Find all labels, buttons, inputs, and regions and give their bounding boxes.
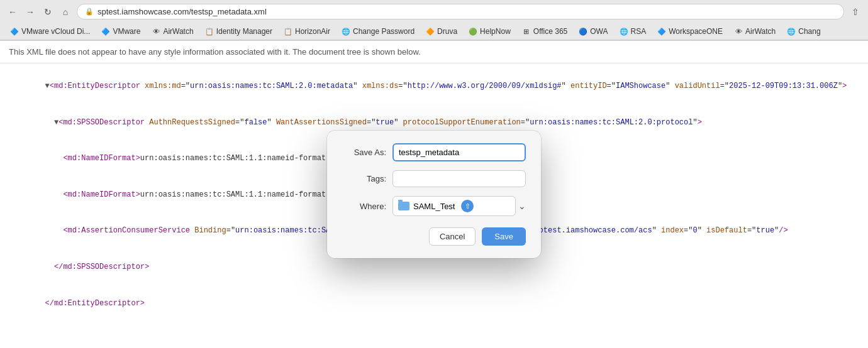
bookmark-airwatch[interactable]: 👁 AirWatch bbox=[147, 25, 198, 38]
bookmark-airwatch2-label: AirWatch bbox=[745, 27, 776, 36]
owa-icon: 🔵 bbox=[579, 27, 587, 36]
where-chevron-up-button[interactable]: ⇧ bbox=[461, 200, 474, 212]
bookmark-chang[interactable]: 🌐 Chang bbox=[782, 25, 825, 38]
chang-icon: 🌐 bbox=[787, 27, 796, 36]
airwatch-icon: 👁 bbox=[152, 27, 160, 36]
bookmark-airwatch-label: AirWatch bbox=[163, 27, 193, 36]
bookmark-identity-manager[interactable]: 📋 Identity Manager bbox=[200, 25, 277, 38]
identity-manager-icon: 📋 bbox=[205, 27, 214, 36]
save-as-input[interactable] bbox=[392, 143, 526, 161]
lock-icon: 🔒 bbox=[85, 8, 94, 16]
bookmark-office365-label: Office 365 bbox=[533, 27, 567, 36]
bookmark-horizonair-label: HorizonAir bbox=[295, 27, 330, 36]
bookmark-vmware-vcloud-label: VMware vCloud Di... bbox=[21, 27, 90, 36]
dialog-overlay: Save As: Tags: Where: SAML_Test ⇧ bbox=[0, 41, 868, 348]
forward-button[interactable]: → bbox=[24, 6, 36, 18]
bookmark-helpnow[interactable]: 🟢 HelpNow bbox=[464, 25, 516, 38]
save-as-label: Save As: bbox=[342, 148, 386, 157]
where-select[interactable]: SAML_Test ⇧ bbox=[392, 196, 516, 216]
vmware-icon: 🔷 bbox=[101, 27, 110, 36]
back-button[interactable]: ← bbox=[6, 6, 19, 18]
bookmarks-bar: 🔷 VMware vCloud Di... 🔷 VMware 👁 AirWatc… bbox=[0, 23, 868, 40]
refresh-button[interactable]: ↻ bbox=[42, 6, 54, 18]
bookmark-vmware-label: VMware bbox=[113, 27, 140, 36]
bookmark-change-password[interactable]: 🌐 Change Password bbox=[337, 25, 420, 38]
content-area: This XML file does not appear to have an… bbox=[0, 41, 868, 348]
where-row: Where: SAML_Test ⇧ ⌄ bbox=[342, 196, 526, 216]
bookmark-owa[interactable]: 🔵 OWA bbox=[574, 25, 613, 38]
helpnow-icon: 🟢 bbox=[469, 27, 477, 36]
bookmark-vmware-vcloud[interactable]: 🔷 VMware vCloud Di... bbox=[5, 25, 95, 38]
save-dialog: Save As: Tags: Where: SAML_Test ⇧ bbox=[327, 131, 541, 258]
bookmark-horizonair[interactable]: 📋 HorizonAir bbox=[279, 25, 335, 38]
dialog-buttons: Cancel Save bbox=[342, 227, 526, 246]
address-bar[interactable]: 🔒 sptest.iamshowcase.com/testsp_metadata… bbox=[77, 4, 844, 19]
bookmark-workspaceone-label: WorkspaceONE bbox=[669, 27, 723, 36]
save-button[interactable]: Save bbox=[482, 227, 526, 246]
bookmark-rsa[interactable]: 🌐 RSA bbox=[615, 25, 652, 38]
bookmark-druva[interactable]: 🔶 Druva bbox=[421, 25, 462, 38]
tags-input[interactable] bbox=[392, 170, 526, 187]
where-value: SAML_Test bbox=[413, 202, 455, 211]
vmware-vcloud-icon: 🔷 bbox=[10, 27, 19, 36]
bookmark-airwatch2[interactable]: 👁 AirWatch bbox=[729, 25, 781, 38]
browser-window: ← → ↻ ⌂ 🔒 sptest.iamshowcase.com/testsp_… bbox=[0, 0, 868, 348]
bookmark-chang-label: Chang bbox=[798, 27, 820, 36]
folder-icon bbox=[398, 202, 409, 210]
bookmark-office365[interactable]: ⊞ Office 365 bbox=[517, 25, 572, 38]
workspaceone-icon: 🔷 bbox=[657, 27, 666, 36]
bookmark-workspaceone[interactable]: 🔷 WorkspaceONE bbox=[652, 25, 728, 38]
where-label: Where: bbox=[342, 202, 386, 211]
change-password-icon: 🌐 bbox=[342, 27, 350, 36]
save-as-row: Save As: bbox=[342, 143, 526, 161]
bookmark-vmware[interactable]: 🔷 VMware bbox=[96, 25, 145, 38]
office365-icon: ⊞ bbox=[522, 27, 531, 36]
bookmark-change-password-label: Change Password bbox=[353, 27, 415, 36]
rsa-icon: 🌐 bbox=[620, 27, 628, 36]
tags-label: Tags: bbox=[342, 174, 386, 183]
bookmark-identity-manager-label: Identity Manager bbox=[216, 27, 272, 36]
cancel-button[interactable]: Cancel bbox=[429, 227, 476, 246]
bookmark-helpnow-label: HelpNow bbox=[480, 27, 511, 36]
airwatch2-icon: 👁 bbox=[734, 27, 743, 36]
druva-icon: 🔶 bbox=[426, 27, 435, 36]
horizonair-icon: 📋 bbox=[284, 27, 292, 36]
tags-row: Tags: bbox=[342, 170, 526, 187]
bookmark-druva-label: Druva bbox=[437, 27, 457, 36]
bookmark-rsa-label: RSA bbox=[631, 27, 647, 36]
home-button[interactable]: ⌂ bbox=[59, 6, 72, 18]
browser-chrome: ← → ↻ ⌂ 🔒 sptest.iamshowcase.com/testsp_… bbox=[0, 0, 868, 41]
address-text: sptest.iamshowcase.com/testsp_metadata.x… bbox=[97, 7, 267, 16]
nav-bar: ← → ↻ ⌂ 🔒 sptest.iamshowcase.com/testsp_… bbox=[0, 0, 868, 23]
share-button[interactable]: ⇧ bbox=[849, 6, 862, 18]
where-chevron-down-button[interactable]: ⌄ bbox=[518, 201, 526, 211]
bookmark-owa-label: OWA bbox=[590, 27, 608, 36]
